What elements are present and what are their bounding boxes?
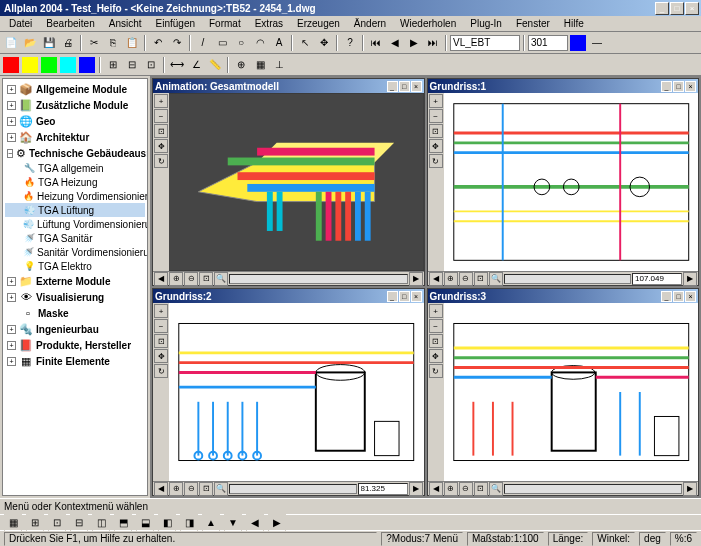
tree-item-2[interactable]: +🌐Geo (5, 113, 145, 129)
menu-ansicht[interactable]: Ansicht (104, 17, 147, 30)
vp-tool-icon[interactable]: ✥ (154, 349, 168, 363)
select-icon[interactable]: ↖ (296, 34, 314, 52)
dim-icon[interactable]: ⟷ (168, 56, 186, 74)
tree-item-7[interactable]: 🔥Heizung Vordimensionierung (5, 189, 145, 203)
vp-nav-icon[interactable]: ▶ (683, 272, 697, 286)
vp-nav-icon[interactable]: 🔍 (489, 482, 503, 496)
vp-tool-icon[interactable]: − (429, 109, 443, 123)
new-icon[interactable]: 📄 (2, 34, 20, 52)
vp-nav-icon[interactable]: ⊕ (444, 272, 458, 286)
close-button[interactable]: × (685, 2, 699, 15)
vp-min-icon[interactable]: _ (661, 81, 672, 92)
tree-item-3[interactable]: +🏠Architektur (5, 129, 145, 145)
vp-tool-icon[interactable]: − (154, 319, 168, 333)
viewport-canvas[interactable]: + − ⊡ ✥ ↻ (428, 93, 699, 271)
vp-tool-icon[interactable]: ⊡ (154, 334, 168, 348)
menu-bearbeiten[interactable]: Bearbeiten (41, 17, 99, 30)
vp-close-icon[interactable]: × (411, 291, 422, 302)
vp-nav-icon[interactable]: 🔍 (214, 482, 228, 496)
vp-tool-icon[interactable]: ↻ (429, 364, 443, 378)
expand-icon[interactable]: + (7, 277, 16, 286)
tree-item-5[interactable]: 🔧TGA allgemein (5, 161, 145, 175)
expand-icon[interactable]: + (7, 325, 16, 334)
viewport-scrollbar[interactable] (229, 274, 408, 284)
viewport-scrollbar[interactable] (229, 484, 357, 494)
tool-a-icon[interactable]: ⊞ (104, 56, 122, 74)
vp-tool-icon[interactable]: ✥ (429, 139, 443, 153)
ft-10-icon[interactable]: ▲ (202, 514, 220, 532)
ft-13-icon[interactable]: ▶ (268, 514, 286, 532)
vp-nav-icon[interactable]: ⊖ (459, 482, 473, 496)
menu-extras[interactable]: Extras (250, 17, 288, 30)
minimize-button[interactable]: _ (655, 2, 669, 15)
grid-icon[interactable]: ▦ (251, 56, 269, 74)
ft-2-icon[interactable]: ⊞ (26, 514, 44, 532)
linetype-icon[interactable]: — (588, 34, 606, 52)
status-winkel[interactable]: Winkel: (592, 532, 635, 546)
viewport-scrollbar[interactable] (504, 484, 683, 494)
vp-tool-icon[interactable]: ↻ (154, 364, 168, 378)
ft-12-icon[interactable]: ◀ (246, 514, 264, 532)
expand-icon[interactable]: + (7, 293, 16, 302)
vp-max-icon[interactable]: □ (399, 291, 410, 302)
tree-item-6[interactable]: 🔥TGA Heizung (5, 175, 145, 189)
menu-format[interactable]: Format (204, 17, 246, 30)
nav-prev-icon[interactable]: ◀ (386, 34, 404, 52)
ft-4-icon[interactable]: ⊟ (70, 514, 88, 532)
coord-input[interactable] (632, 273, 682, 285)
maximize-button[interactable]: □ (670, 2, 684, 15)
tree-item-14[interactable]: +👁Visualisierung (5, 289, 145, 305)
vp-tool-icon[interactable]: + (154, 304, 168, 318)
tool-c-icon[interactable]: ⊡ (142, 56, 160, 74)
angle-icon[interactable]: ∠ (187, 56, 205, 74)
vp-tool-icon[interactable]: + (429, 94, 443, 108)
vp-min-icon[interactable]: _ (387, 81, 398, 92)
ft-11-icon[interactable]: ▼ (224, 514, 242, 532)
print-icon[interactable]: 🖨 (59, 34, 77, 52)
vp-nav-icon[interactable]: ⊕ (169, 482, 183, 496)
menu-wiederholen[interactable]: Wiederholen (395, 17, 461, 30)
undo-icon[interactable]: ↶ (149, 34, 167, 52)
tree-item-13[interactable]: +📁Externe Module (5, 273, 145, 289)
vp-tool-icon[interactable]: + (154, 94, 168, 108)
viewport-canvas[interactable]: + − ⊡ ✥ ↻ (153, 93, 424, 271)
vp-tool-icon[interactable]: − (154, 109, 168, 123)
measure-icon[interactable]: 📏 (206, 56, 224, 74)
tree-item-0[interactable]: +📦Allgemeine Module (5, 81, 145, 97)
ft-1-icon[interactable]: ▦ (4, 514, 22, 532)
vp-nav-icon[interactable]: ⊡ (199, 272, 213, 286)
color-red-icon[interactable] (2, 56, 20, 74)
vp-nav-icon[interactable]: ◀ (154, 482, 168, 496)
vp-nav-icon[interactable]: ◀ (429, 272, 443, 286)
color-cyan-icon[interactable] (59, 56, 77, 74)
vp-nav-icon[interactable]: ⊡ (474, 482, 488, 496)
menu-hilfe[interactable]: Hilfe (559, 17, 589, 30)
vp-tool-icon[interactable]: ↻ (429, 154, 443, 168)
vp-nav-icon[interactable]: ⊖ (184, 272, 198, 286)
vp-nav-icon[interactable]: ▶ (683, 482, 697, 496)
vp-nav-icon[interactable]: ⊡ (199, 482, 213, 496)
arc-icon[interactable]: ◠ (251, 34, 269, 52)
viewport-canvas[interactable]: + − ⊡ ✥ ↻ (153, 303, 424, 481)
vp-tool-icon[interactable]: ⊡ (154, 124, 168, 138)
vp-max-icon[interactable]: □ (673, 81, 684, 92)
vp-nav-icon[interactable]: ◀ (429, 482, 443, 496)
menu-datei[interactable]: Datei (4, 17, 37, 30)
vp-tool-icon[interactable]: ✥ (154, 139, 168, 153)
menu-erzeugen[interactable]: Erzeugen (292, 17, 345, 30)
expand-icon[interactable]: + (7, 357, 16, 366)
ft-6-icon[interactable]: ⬒ (114, 514, 132, 532)
tree-item-17[interactable]: +📕Produkte, Hersteller (5, 337, 145, 353)
vp-nav-icon[interactable]: ⊕ (169, 272, 183, 286)
ft-3-icon[interactable]: ⊡ (48, 514, 66, 532)
module-tree[interactable]: +📦Allgemeine Module+📗Zusätzliche Module+… (3, 79, 147, 495)
color-yellow-icon[interactable] (21, 56, 39, 74)
ft-5-icon[interactable]: ◫ (92, 514, 110, 532)
expand-icon[interactable]: + (7, 85, 16, 94)
nav-last-icon[interactable]: ⏭ (424, 34, 442, 52)
vp-min-icon[interactable]: _ (387, 291, 398, 302)
tree-item-16[interactable]: +🔩Ingenieurbau (5, 321, 145, 337)
tree-item-18[interactable]: +▦Finite Elemente (5, 353, 145, 369)
redo-icon[interactable]: ↷ (168, 34, 186, 52)
text-icon[interactable]: A (270, 34, 288, 52)
